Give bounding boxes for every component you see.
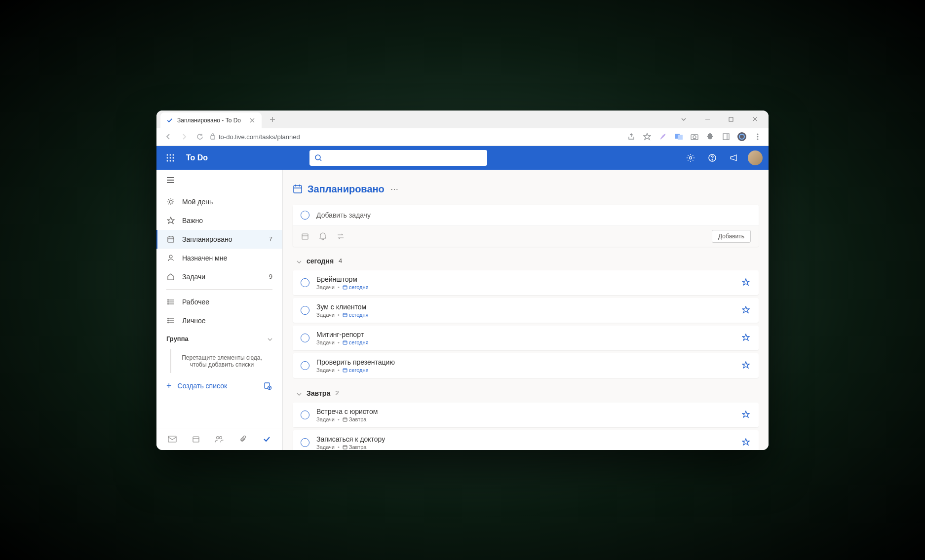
create-list-button[interactable]: + Создать список [156,375,282,397]
svg-point-64 [168,322,169,323]
complete-checkbox[interactable] [301,411,309,419]
svg-line-45 [168,203,169,204]
complete-checkbox[interactable] [301,334,309,342]
translate-icon[interactable] [674,132,684,142]
task-due: сегодня [343,339,369,345]
sidebar-item-planned[interactable]: Запланировано 7 [156,230,282,249]
task-row[interactable]: Митинг-репорт Задачи • сегодня [293,326,759,350]
star-button[interactable] [742,334,751,342]
forward-button[interactable] [178,131,190,143]
repeat-icon[interactable] [336,232,345,241]
sidebar-item-custom-work[interactable]: Рабочее [156,293,282,311]
attachment-icon[interactable] [238,434,248,444]
sidebar-item-assigned[interactable]: Назначен мне [156,249,282,267]
svg-rect-89 [343,369,347,372]
complete-checkbox[interactable] [301,278,309,287]
star-button[interactable] [742,278,751,287]
sidebar-toggle[interactable] [156,170,282,192]
sidebar-list: Мой день Важно Запланировано 7 Назначен … [156,192,282,397]
svg-point-25 [170,157,171,158]
task-row[interactable]: Брейншторм Задачи • сегодня [293,270,759,295]
group-header[interactable]: Группа [156,330,282,347]
caret-down-icon[interactable] [674,111,694,128]
mail-icon[interactable] [167,434,177,444]
url-field[interactable]: to-do.live.com/tasks/planned [210,133,622,141]
sidepanel-icon[interactable] [721,132,731,142]
add-task-row[interactable]: Добавить задачу [293,205,759,225]
puzzle-icon[interactable] [705,132,715,142]
reload-button[interactable] [194,131,206,143]
task-list-name: Задачи [316,339,335,345]
svg-point-16 [737,132,746,141]
menu-icon[interactable] [753,132,763,142]
add-task-input[interactable]: Добавить задачу [316,211,751,219]
list-icon [166,316,175,325]
star-button[interactable] [742,361,751,370]
todo-favicon-icon [166,117,173,124]
section-header[interactable]: сегодня 4 [293,249,759,270]
sidebar-item-label: Назначен мне [182,254,227,262]
star-button[interactable] [742,438,751,447]
list-icon [166,298,175,306]
home-icon [166,272,175,281]
star-button[interactable] [742,306,751,315]
close-tab-icon[interactable] [249,117,256,124]
app-launcher-icon[interactable] [162,150,178,166]
complete-checkbox[interactable] [301,438,309,447]
camera-icon[interactable] [690,132,699,142]
todo-icon[interactable] [262,434,271,444]
minimize-button[interactable] [697,111,717,128]
task-row[interactable]: Зум с клиентом Задачи • сегодня [293,298,759,323]
chevron-down-icon [297,389,302,398]
task-row[interactable]: Записаться к доктору Задачи • Завтра [293,430,759,450]
svg-rect-11 [678,135,683,140]
close-window-button[interactable] [745,111,765,128]
group-drop-zone[interactable]: Перетащите элементы сюда, чтобы добавить… [170,349,272,373]
star-icon[interactable] [642,132,652,142]
sidebar-item-myday[interactable]: Мой день [156,192,282,211]
task-meta: Задачи • Завтра [316,444,735,450]
svg-rect-48 [168,237,174,242]
search-input[interactable] [309,150,487,166]
avatar[interactable] [748,150,763,165]
add-button[interactable]: Добавить [712,230,751,243]
calendar-icon [343,417,347,422]
people-icon[interactable] [214,434,224,444]
svg-line-44 [173,203,174,204]
due-date-icon[interactable] [301,232,309,241]
task-row[interactable]: Встреча с юристом Задачи • Завтра [293,403,759,427]
sidebar-item-label: Рабочее [182,298,209,306]
star-button[interactable] [742,411,751,419]
person-icon [166,254,175,262]
back-button[interactable] [162,131,174,143]
main-header: Запланировано ⋯ [293,184,759,195]
plus-icon: + [166,381,172,391]
complete-checkbox[interactable] [301,306,309,315]
task-title: Проверить презентацию [316,358,735,366]
help-icon[interactable] [704,150,720,166]
maximize-button[interactable] [721,111,741,128]
app-header: To Do [156,146,769,170]
settings-icon[interactable] [683,150,698,166]
calendar-icon[interactable] [191,434,201,444]
task-due: Завтра [343,444,367,450]
svg-point-19 [757,136,759,138]
sidebar-item-custom-personal[interactable]: Личное [156,311,282,330]
list-options-button[interactable]: ⋯ [390,185,398,194]
sidebar-item-important[interactable]: Важно [156,211,282,230]
section-header[interactable]: Завтра 2 [293,381,759,403]
create-group-icon[interactable] [263,381,272,391]
sidebar-item-label: Личное [182,317,206,325]
complete-checkbox[interactable] [301,361,309,370]
task-title: Зум с клиентом [316,303,735,311]
feather-icon[interactable] [658,132,668,142]
share-icon[interactable] [626,132,636,142]
task-row[interactable]: Проверить презентацию Задачи • сегодня [293,353,759,378]
sidebar-item-tasks[interactable]: Задачи 9 [156,267,282,286]
megaphone-icon[interactable] [726,150,742,166]
browser-tab[interactable]: Запланировано - To Do [160,112,262,128]
new-tab-button[interactable] [266,112,279,126]
reminder-icon[interactable] [318,232,327,241]
app-body: Мой день Важно Запланировано 7 Назначен … [156,170,769,450]
profile-icon[interactable] [737,132,747,142]
